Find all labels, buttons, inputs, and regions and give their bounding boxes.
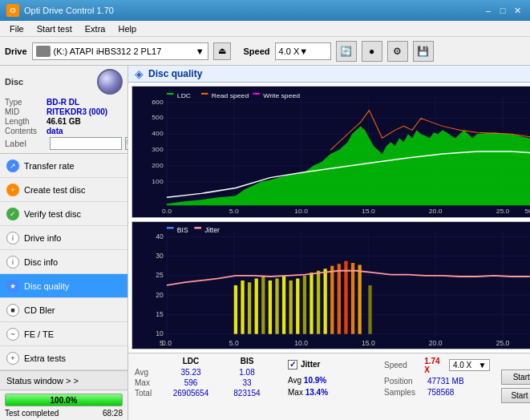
svg-rect-99 [194,227,201,228]
svg-rect-88 [310,273,313,334]
settings-button[interactable]: ⚙ [387,41,408,62]
svg-rect-83 [275,278,278,333]
speed-select-small[interactable]: 4.0 X ▼ [449,359,491,371]
status-window-button[interactable]: Status window > > [0,371,127,390]
progress-bar: 100.0% [5,394,123,406]
svg-rect-89 [317,270,320,333]
start-part-button[interactable]: Start part [501,388,530,403]
disc-label-label: Label [5,139,47,148]
save-button[interactable]: 💾 [413,41,434,62]
samples-label: Samples [384,388,424,397]
menu-help[interactable]: Help [111,22,143,35]
sidebar-item-extra-tests[interactable]: + Extra tests [0,346,127,370]
stats-header: LDC BIS [135,357,275,365]
bottom-chart: 40 30 25 20 15 10 5 20% 16% 12% 8% [131,221,530,349]
speed-select-val: 4.0 X [453,361,471,370]
jitter-checkbox[interactable]: ✓ [288,360,297,370]
jitter-max: 13.4% [305,388,328,397]
avg-bis: 1.08 [219,368,275,377]
maximize-button[interactable]: □ [496,4,509,17]
drivebar: Drive (K:) ATAPI iHBS312 2 PL17 ▼ ⏏ Spee… [0,37,530,66]
svg-text:50.0 GB: 50.0 GB [524,208,530,215]
svg-text:600: 600 [152,99,164,106]
sidebar-label-extra-tests: Extra tests [24,353,66,363]
sidebar-item-fe-te[interactable]: ~ FE / TE [0,322,127,346]
disc-type-label: Type [5,98,47,107]
refresh-button[interactable]: 🔄 [336,41,357,62]
svg-rect-80 [255,278,258,333]
sidebar: Disc Type BD-R DL MID RITEKDR3 (000) Len… [0,66,128,420]
menu-file[interactable]: File [3,22,30,35]
top-chart: 600 500 400 300 200 100 18X 16X 14X 12X … [131,86,530,218]
svg-text:15: 15 [156,309,164,318]
total-label: Total [135,389,163,398]
samples-row: Samples 758568 [384,388,490,397]
svg-text:100: 100 [152,177,164,184]
svg-text:5.0: 5.0 [229,338,239,347]
fe-te-icon: ~ [6,328,19,341]
titlebar-left: O Opti Drive Control 1.70 [6,4,114,17]
sidebar-item-transfer-rate[interactable]: ↗ Transfer rate [0,154,127,178]
close-button[interactable]: ✕ [511,4,524,17]
titlebar-controls[interactable]: – □ ✕ [482,4,524,17]
sidebar-item-drive-info[interactable]: i Drive info [0,226,127,250]
menu-extra[interactable]: Extra [79,22,112,35]
menu-start-test[interactable]: Start test [30,22,79,35]
content-title: Disc quality [148,68,202,79]
speed-value: 1.74 X [424,357,446,374]
disc-length-row: Length 46.61 GB [5,117,123,126]
total-bis: 823154 [219,389,275,398]
jitter-header: ✓ Jitter [288,357,371,373]
disc-title: Disc [5,77,23,87]
svg-text:0.0: 0.0 [162,208,172,215]
sidebar-item-cd-bler[interactable]: ■ CD Bler [0,298,127,322]
disc-contents-val: data [47,127,63,135]
svg-text:25.0: 25.0 [496,338,510,347]
drive-label: Drive [5,46,27,56]
max-bis: 33 [219,378,275,387]
sidebar-label-disc-quality: Disc quality [24,281,69,291]
disc-length-val: 46.61 GB [47,117,81,126]
extra-tests-icon: + [6,352,19,365]
progress-text: 100.0% [6,394,122,406]
svg-rect-81 [261,275,265,333]
content-header-icon: ◈ [135,67,144,80]
svg-rect-87 [303,275,306,333]
drive-dropdown-icon: ▼ [196,46,204,56]
samples-value: 758568 [427,388,454,397]
eject-button[interactable]: ⏏ [213,42,231,60]
svg-rect-93 [344,260,347,333]
elapsed-time: 68:28 [103,409,123,418]
stats-total-row: Total 26905654 823154 [135,389,275,398]
jitter-max-row: Max 13.4% [288,388,371,397]
svg-rect-78 [241,281,244,334]
sidebar-item-create-test-disc[interactable]: + Create test disc [0,178,127,202]
record-button[interactable]: ● [362,41,382,62]
svg-text:10.0: 10.0 [294,338,308,347]
svg-text:15.0: 15.0 [362,208,375,215]
svg-rect-85 [289,281,293,334]
start-full-button[interactable]: Start full [501,370,530,385]
svg-rect-92 [338,264,341,333]
content-header: ◈ Disc quality [128,66,530,83]
disc-label-input[interactable] [50,137,122,150]
svg-rect-94 [351,263,354,334]
sidebar-item-disc-info[interactable]: i Disc info [0,250,127,274]
jitter-section: ✓ Jitter Avg 10.9% Max 13.4% [281,353,378,420]
disc-quality-icon: ★ [6,280,19,293]
drive-selector[interactable]: (K:) ATAPI iHBS312 2 PL17 ▼ [32,42,208,60]
avg-ldc: 35.23 [163,368,219,377]
speed-selector[interactable]: 4.0 X ▼ [275,42,331,60]
svg-rect-90 [324,269,327,333]
svg-text:15.0: 15.0 [362,338,375,347]
svg-text:20.0: 20.0 [429,338,443,347]
sidebar-item-disc-quality[interactable]: ★ Disc quality [0,274,127,298]
disc-length-label: Length [5,117,47,126]
svg-text:Jitter: Jitter [204,226,220,235]
minimize-button[interactable]: – [482,4,495,17]
sidebar-item-verify-test-disc[interactable]: ✓ Verify test disc [0,202,127,226]
svg-text:LDC: LDC [177,92,191,99]
stats-table: LDC BIS Avg 35.23 1.08 Max 596 33 Total … [128,353,281,420]
svg-text:Read speed: Read speed [212,92,249,99]
status-area: Status window > > 100.0% Test completed … [0,370,127,420]
